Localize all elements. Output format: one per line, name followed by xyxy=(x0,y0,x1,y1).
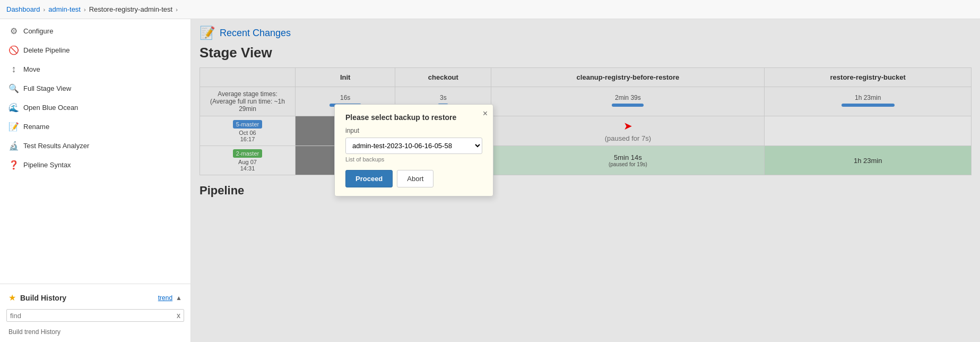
pipelinesyntax-icon xyxy=(8,159,19,170)
breadcrumb-sep2: › xyxy=(84,6,86,13)
sidebar-item-rename-label: Rename xyxy=(23,123,49,131)
sidebar-item-delete-label: Delete Pipeline xyxy=(23,46,70,54)
sidebar-item-fullstage-label: Full Stage View xyxy=(23,84,71,92)
breadcrumb-sep1: › xyxy=(44,6,46,13)
breadcrumb-bar: Dashboard › admin-test › Restore-registr… xyxy=(0,0,980,19)
sidebar-item-open-blue-ocean[interactable]: Open Blue Ocean xyxy=(0,98,190,117)
build-trend-history-label: Build trend History xyxy=(0,326,190,338)
move-icon xyxy=(8,64,19,74)
sidebar: Configure Delete Pipeline Move Full Stag… xyxy=(0,19,191,342)
sidebar-menu: Configure Delete Pipeline Move Full Stag… xyxy=(0,19,190,284)
sidebar-item-move-label: Move xyxy=(23,65,40,73)
breadcrumb-pipeline: Restore-registry-admin-test xyxy=(89,5,173,13)
modal-box: × Please select backup to restore input … xyxy=(334,104,493,196)
breadcrumb-sep3: › xyxy=(176,6,178,13)
build-history-title: Build History xyxy=(20,294,66,302)
search-box: x xyxy=(6,309,184,322)
search-clear-button[interactable]: x xyxy=(177,311,180,320)
sidebar-item-test-label: Test Results Analyzer xyxy=(23,142,89,150)
sidebar-item-configure[interactable]: Configure xyxy=(0,21,190,40)
modal-close-button[interactable]: × xyxy=(483,109,488,118)
sidebar-item-full-stage-view[interactable]: Full Stage View xyxy=(0,79,190,98)
blueocean-icon xyxy=(8,102,19,113)
sidebar-item-pipeline-syntax[interactable]: Pipeline Syntax xyxy=(0,155,190,174)
app-container: Dashboard › admin-test › Restore-registr… xyxy=(0,0,980,342)
sidebar-item-rename[interactable]: Rename xyxy=(0,117,190,136)
search-input[interactable] xyxy=(10,312,177,320)
sidebar-item-configure-label: Configure xyxy=(23,27,53,35)
build-history-header[interactable]: ★ Build History trend ▲ xyxy=(0,288,190,307)
rename-icon xyxy=(8,121,19,132)
proceed-button[interactable]: Proceed xyxy=(345,170,393,187)
sidebar-item-delete-pipeline[interactable]: Delete Pipeline xyxy=(0,40,190,59)
delete-icon xyxy=(8,45,19,55)
modal-overlay: × Please select backup to restore input … xyxy=(191,19,980,342)
build-history-right: trend ▲ xyxy=(158,294,182,302)
sidebar-item-blueocean-label: Open Blue Ocean xyxy=(23,104,78,112)
sidebar-item-pipelinesyntax-label: Pipeline Syntax xyxy=(23,161,71,169)
modal-hint: List of backups xyxy=(345,156,482,163)
sidebar-item-move[interactable]: Move xyxy=(0,59,190,79)
breadcrumb-dashboard[interactable]: Dashboard xyxy=(6,5,40,13)
main-content: 📝 Recent Changes Stage View Init checkou… xyxy=(191,19,980,342)
breadcrumb-admin-test[interactable]: admin-test xyxy=(48,5,81,13)
main-layout: Configure Delete Pipeline Move Full Stag… xyxy=(0,19,980,342)
trend-link[interactable]: trend xyxy=(158,294,172,302)
modal-title: Please select backup to restore xyxy=(345,113,482,122)
sidebar-item-test-results-analyzer[interactable]: Test Results Analyzer xyxy=(0,136,190,155)
abort-button[interactable]: Abort xyxy=(397,170,433,187)
modal-input-label: input xyxy=(345,127,482,134)
sidebar-build-history: ★ Build History trend ▲ x Build trend Hi… xyxy=(0,284,190,342)
modal-buttons: Proceed Abort xyxy=(345,170,482,187)
star-icon: ★ xyxy=(8,293,16,303)
build-history-left: ★ Build History xyxy=(8,293,66,303)
test-icon xyxy=(8,140,19,151)
gear-icon xyxy=(8,25,19,36)
chevron-up-icon: ▲ xyxy=(176,294,182,302)
modal-backup-select[interactable]: admin-test-2023-10-06-16-05-58 xyxy=(345,138,482,154)
fullstage-icon xyxy=(8,83,19,93)
